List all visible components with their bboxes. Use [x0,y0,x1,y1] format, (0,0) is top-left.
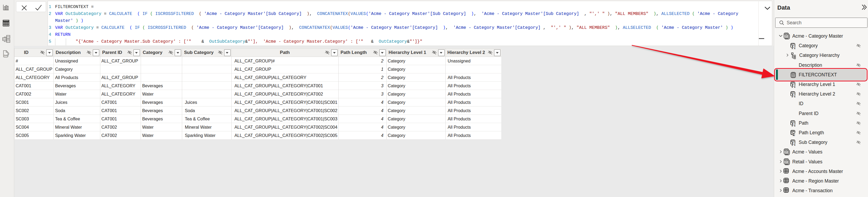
svg-text:x: x [794,95,796,98]
svg-text:x: x [794,46,796,49]
svg-text:x: x [794,143,796,146]
svg-text:DAX: DAX [4,54,9,56]
svg-text:Σ: Σ [793,132,795,137]
svg-text:x: x [794,85,796,88]
svg-text:x: x [794,124,796,127]
